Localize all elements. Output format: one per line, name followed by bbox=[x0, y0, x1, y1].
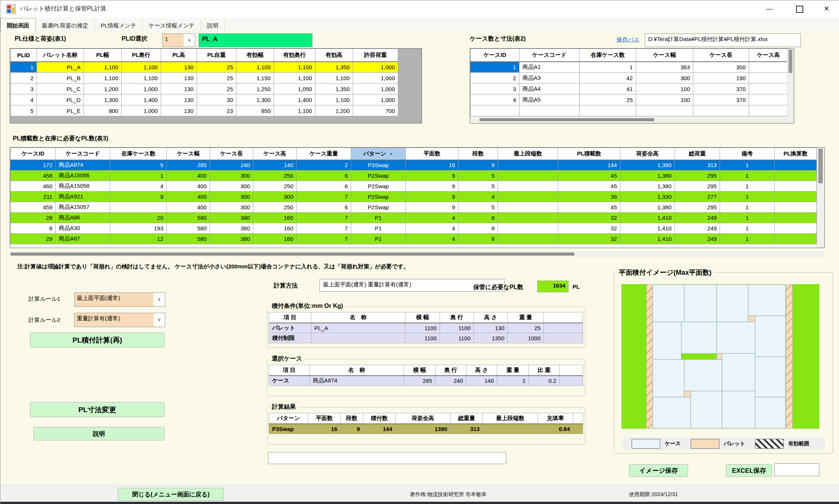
column-header[interactable]: ケースID bbox=[11, 148, 56, 160]
cell[interactable]: 1 bbox=[720, 160, 775, 171]
cell[interactable]: 9 bbox=[406, 192, 458, 202]
cell[interactable]: 8 bbox=[458, 234, 498, 244]
cell[interactable]: 1,330 bbox=[620, 192, 675, 202]
table-row[interactable]: 458商品A1505614003002506P2Swap95451,380295… bbox=[11, 171, 817, 181]
save-image-button[interactable]: イメージ保存 bbox=[629, 464, 688, 477]
cell[interactable]: 2 bbox=[471, 73, 519, 84]
cell[interactable] bbox=[775, 192, 817, 202]
cell[interactable]: 25 bbox=[197, 84, 236, 94]
cell[interactable] bbox=[775, 181, 817, 192]
cell[interactable]: 36 bbox=[558, 192, 620, 202]
cell[interactable]: 1,000 bbox=[353, 62, 398, 73]
table-row[interactable]: 5PL_E8001,000130238501,1001,200700 bbox=[11, 105, 398, 116]
cell[interactable]: 380 bbox=[210, 213, 253, 223]
cell[interactable]: 295 bbox=[675, 171, 720, 181]
table-row[interactable]: 1商品A11363300 bbox=[471, 62, 788, 73]
cell[interactable] bbox=[775, 234, 817, 244]
cell[interactable] bbox=[580, 105, 636, 116]
cell[interactable]: 1,380 bbox=[620, 181, 675, 192]
maximize-button[interactable] bbox=[787, 0, 812, 17]
close-button[interactable]: ✕ bbox=[814, 0, 839, 17]
cell[interactable]: 850 bbox=[236, 105, 274, 116]
cell[interactable]: 12 bbox=[110, 234, 167, 244]
column-header[interactable]: PL自重 bbox=[197, 49, 236, 62]
cell[interactable]: 9 bbox=[458, 160, 498, 171]
cell[interactable]: 商品A15057 bbox=[56, 202, 110, 213]
cell[interactable]: 商品A15058 bbox=[56, 181, 110, 192]
cell[interactable]: 300 bbox=[636, 73, 693, 84]
cell[interactable]: 1,380 bbox=[620, 171, 675, 181]
table-row[interactable]: 3商品A441100370 bbox=[471, 84, 788, 94]
case-grid-vscrollbar[interactable] bbox=[787, 49, 793, 116]
cell[interactable]: 130 bbox=[161, 105, 197, 116]
cell[interactable]: 4 bbox=[458, 192, 498, 202]
cell[interactable]: 800 bbox=[84, 105, 122, 116]
cell[interactable] bbox=[693, 105, 749, 116]
pl-load-grid-hscrollbar[interactable] bbox=[10, 251, 825, 257]
cell[interactable]: 5 bbox=[458, 181, 498, 192]
cell[interactable]: P1 bbox=[351, 223, 406, 234]
cell[interactable]: 29 bbox=[11, 234, 56, 244]
cell[interactable]: 1,100 bbox=[315, 73, 353, 84]
cell[interactable]: 1,350 bbox=[315, 62, 353, 73]
cell[interactable]: 1,100 bbox=[122, 73, 161, 84]
cell[interactable]: 370 bbox=[693, 94, 749, 105]
cell[interactable]: 459 bbox=[11, 202, 56, 213]
column-header[interactable]: ケース重量 bbox=[297, 148, 351, 160]
cell[interactable]: PL_D bbox=[37, 94, 84, 105]
minimize-button[interactable]: — bbox=[757, 0, 782, 17]
recalculate-button[interactable]: PL積付計算(再) bbox=[30, 332, 164, 347]
cell[interactable]: 249 bbox=[675, 213, 720, 223]
cell[interactable]: 5 bbox=[110, 160, 167, 171]
column-header[interactable]: 総荷重 bbox=[675, 148, 720, 160]
cell[interactable]: 140 bbox=[253, 160, 297, 171]
cell[interactable]: 5 bbox=[11, 105, 37, 116]
cell[interactable]: PL_E bbox=[37, 105, 84, 116]
cell[interactable]: 1 bbox=[720, 234, 775, 244]
cell[interactable] bbox=[110, 202, 167, 213]
cell[interactable]: 300 bbox=[253, 192, 297, 202]
cell[interactable] bbox=[498, 213, 558, 223]
cell[interactable]: 4 bbox=[110, 181, 167, 192]
column-header[interactable]: PL換算数 bbox=[775, 148, 817, 160]
cell[interactable] bbox=[471, 105, 519, 116]
cell[interactable] bbox=[749, 105, 788, 116]
cell[interactable]: 6 bbox=[297, 202, 351, 213]
cell[interactable]: 4 bbox=[11, 94, 37, 105]
cell[interactable]: 130 bbox=[161, 73, 197, 84]
tab-5[interactable]: 説明 bbox=[201, 19, 225, 32]
cell[interactable]: 商品A874 bbox=[56, 160, 110, 171]
cell[interactable]: 277 bbox=[675, 192, 720, 202]
cell[interactable]: 160 bbox=[253, 213, 297, 223]
cell[interactable]: 商品A3 bbox=[519, 73, 580, 84]
cell[interactable]: 190 bbox=[693, 73, 749, 84]
column-header[interactable]: ケース幅 bbox=[167, 148, 210, 160]
column-header[interactable]: 在庫ケース数 bbox=[580, 49, 636, 62]
cell[interactable]: 1,100 bbox=[274, 73, 315, 84]
cell[interactable]: 370 bbox=[693, 84, 749, 94]
cell[interactable]: P1 bbox=[351, 234, 406, 244]
column-header[interactable]: ケースコード bbox=[56, 148, 110, 160]
cell[interactable]: 45 bbox=[558, 202, 620, 213]
column-header[interactable]: パレット名称 bbox=[37, 49, 84, 62]
rule1-combobox[interactable]: 最上面平面(通常) ∨ bbox=[74, 292, 165, 307]
cell[interactable] bbox=[775, 171, 817, 181]
cell[interactable]: 1,100 bbox=[315, 94, 353, 105]
column-header[interactable]: PL積載数 bbox=[558, 148, 620, 160]
cell[interactable]: 9 bbox=[406, 171, 458, 181]
cell[interactable]: 4 bbox=[406, 223, 458, 234]
column-header[interactable]: ケース高 bbox=[253, 148, 297, 160]
cell[interactable]: 3 bbox=[11, 84, 37, 94]
cell[interactable] bbox=[775, 202, 817, 213]
cell[interactable]: 580 bbox=[167, 234, 210, 244]
excel-status-field[interactable] bbox=[774, 463, 819, 476]
table-row[interactable]: 4商品A525100370 bbox=[471, 94, 788, 105]
cell[interactable]: 45 bbox=[558, 181, 620, 192]
cell[interactable]: 2 bbox=[297, 160, 351, 171]
cell[interactable]: 7 bbox=[297, 192, 351, 202]
cell[interactable]: 380 bbox=[210, 234, 253, 244]
cell[interactable]: 1 bbox=[720, 181, 775, 192]
cell[interactable]: 1,000 bbox=[122, 105, 161, 116]
cell[interactable]: 1 bbox=[110, 171, 167, 181]
table-row[interactable]: 172商品A87452852401402P3Swap1691441,390313… bbox=[11, 160, 817, 171]
